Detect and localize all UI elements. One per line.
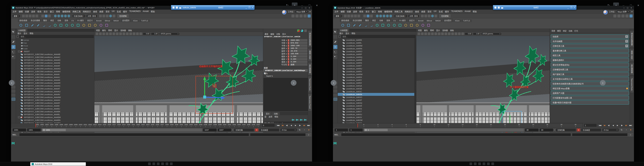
filter-icon[interactable]: [338, 35, 341, 38]
snap-curve-icon[interactable]: [58, 15, 60, 17]
tools-panel-tab[interactable]: 场景: [552, 30, 555, 32]
wireframe-icon[interactable]: [119, 32, 122, 35]
time-slider[interactable]: 024681012141618202224262830 1 |◀◀|◀◀|◀▶|…: [333, 123, 634, 128]
menu-item[interactable]: 缓存: [445, 10, 449, 13]
wireframe-icon[interactable]: [441, 32, 444, 35]
outliner-row[interactable]: LevelActor_AAIRX: [338, 76, 416, 78]
playback-end-field[interactable]: 30: [540, 128, 553, 132]
outliner-row[interactable]: WYGBYXY_JUBCOM:LevelActor_AAAAU: [16, 90, 94, 93]
menu-item[interactable]: 显示: [366, 10, 370, 13]
shelf-tab[interactable]: MASH: [434, 19, 442, 22]
outliner-row[interactable]: WYGBYXY_JUBCOM:LevelActor_AAABI: [16, 104, 94, 107]
move-layer-down-icon[interactable]: [296, 119, 298, 121]
viewport-menu-item[interactable]: 视图: [96, 29, 100, 32]
channel-row[interactable]: 缩放 Y 3.194: [263, 58, 308, 60]
extrude-icon[interactable]: [98, 23, 103, 28]
shelf-tab[interactable]: 动画: [56, 19, 62, 22]
outliner-menu-item[interactable]: 显示: [346, 32, 349, 35]
shelf-tab[interactable]: 多边形建模: [351, 19, 363, 22]
workspace-selector[interactable]: Maya 经典* ▾: [616, 10, 630, 13]
isolate-select-icon[interactable]: [438, 32, 440, 35]
menu-item[interactable]: 曲线: [93, 10, 97, 13]
playhead[interactable]: [357, 124, 358, 127]
tool-button[interactable]: 迁移模型材质工具 ?: [551, 68, 629, 72]
tool-button[interactable]: 摄像机透明片 ?: [551, 58, 629, 62]
paint-select-tool-icon[interactable]: [12, 40, 16, 44]
session-minimize-button[interactable]: _: [568, 6, 569, 9]
viewport-menu-item[interactable]: 视图: [418, 29, 422, 32]
layout-persp-graph-button[interactable]: [12, 94, 15, 97]
revolve-icon[interactable]: [93, 23, 98, 28]
channel-row[interactable]: 旋转 X 105.76: [263, 47, 308, 50]
nurbs-sphere-icon[interactable]: [375, 23, 380, 28]
viewport-menu-item[interactable]: 显示: [436, 29, 440, 32]
textured-icon[interactable]: [448, 32, 450, 35]
outliner-row[interactable]: LevelActor_AAIRK: [338, 38, 416, 42]
shelf-tab[interactable]: XGen: [453, 19, 461, 22]
script-editor-icon[interactable]: {;}: [628, 133, 632, 136]
loft-icon[interactable]: [82, 23, 86, 28]
nurbs-circle-icon[interactable]: [340, 23, 345, 28]
redo-icon[interactable]: [36, 15, 38, 17]
tool-button[interactable]: 规范工具 ?: [551, 53, 629, 58]
viewport-menu-item[interactable]: 着色: [102, 29, 106, 32]
filter-icon[interactable]: [16, 35, 19, 38]
shelf-tab[interactable]: FX: [70, 19, 76, 22]
outliner-row[interactable]: WYGBYXY_JUBCOM:LevelActor_AAABM: [16, 116, 94, 119]
command-language-label[interactable]: MEL: [12, 134, 18, 136]
collapse-right-handle[interactable]: ›: [291, 80, 296, 86]
auto-keyframe-icon[interactable]: ✦: [629, 128, 632, 132]
range-slider-handle[interactable]: 1001: [42, 129, 66, 131]
task-update-button[interactable]: 任务更新: [439, 14, 450, 18]
tool-button[interactable]: 合并动画圈 ?: [551, 39, 629, 43]
snap-plane-icon[interactable]: [64, 15, 67, 17]
character-set-menu-button[interactable]: ▾: [577, 128, 580, 132]
cv-curve-icon[interactable]: [30, 23, 35, 28]
playback-speed-dropdown[interactable]: 25 fps ▾: [602, 128, 619, 132]
script-editor-icon[interactable]: {;}: [306, 133, 311, 136]
outliner-menu-item[interactable]: 帮助: [352, 32, 355, 35]
transport-button[interactable]: ◀|: [285, 124, 289, 127]
layout-two-pane-button[interactable]: [334, 90, 337, 92]
channel-row[interactable]: 可见性 启用: [263, 63, 308, 66]
outliner-row[interactable]: persp: [16, 38, 94, 42]
viewport-menu-item[interactable]: 照明: [108, 29, 112, 32]
channel-value-field[interactable]: 105.76: [290, 47, 308, 50]
outliner-row[interactable]: LevelActor_AAISB: [338, 87, 416, 90]
arc-tool-icon[interactable]: [369, 23, 374, 28]
transport-button[interactable]: ▶|: [624, 124, 628, 127]
ipr-render-icon[interactable]: [424, 15, 427, 17]
channel-row[interactable]: 缩放 Z 3.194: [263, 60, 308, 63]
outliner-row[interactable]: LevelActor_AAIRS: [338, 62, 416, 64]
tool-button[interactable]: 检查角色动画是否通过动画表演证书 ?: [551, 82, 629, 86]
outliner-row[interactable]: WYGBYXY_JUBCOM:LevelActor_AAAAY: [16, 102, 94, 104]
channel-value-field[interactable]: 3.194: [290, 58, 308, 60]
undo-icon[interactable]: [32, 15, 35, 17]
layout-two-pane-button[interactable]: [12, 90, 15, 92]
help-icon[interactable]: ?: [625, 44, 628, 47]
tool-button[interactable]: 绑定还是-Maya查看 ?: [551, 86, 629, 90]
outliner-row[interactable]: LevelActor_AAIRR: [338, 58, 416, 62]
scale-tool-icon[interactable]: [12, 55, 16, 59]
exposure-field[interactable]: 0.00: [465, 32, 472, 35]
outliner-row[interactable]: WYGBYXY_JUBCOM:LevelActor_AAAAG: [16, 67, 94, 70]
menu-item[interactable]: 编辑: [19, 10, 23, 13]
character-set-field[interactable]: 无角色集: [234, 128, 254, 132]
outliner-row[interactable]: WYGBYXY_JUBCOM:LevelActor_AAAAH: [16, 70, 94, 73]
shelf-tab[interactable]: 雕刻: [364, 19, 370, 22]
shelf-tab[interactable]: FX 缓存: [398, 19, 407, 22]
outliner-row[interactable]: LevelActor_AAKIU: [338, 113, 416, 116]
menu-item[interactable]: 网格显示: [83, 10, 91, 13]
animation-preferences-icon[interactable]: ◔: [302, 128, 306, 132]
channel-row[interactable]: 平移 X 2063.891: [263, 39, 308, 42]
nurbs-sphere-icon[interactable]: [53, 23, 58, 28]
transport-button[interactable]: ▶▶|: [306, 124, 311, 127]
transport-button[interactable]: ▶: [294, 124, 298, 127]
outliner-tab[interactable]: 大纲视图: [338, 29, 349, 32]
camera-select-icon[interactable]: [418, 32, 420, 35]
tool-button[interactable]: 选择资产大圈 ?: [551, 91, 629, 95]
new-layer-from-selected-icon[interactable]: [304, 119, 306, 121]
menu-item[interactable]: 变形: [428, 10, 432, 13]
layout-four-pane-button[interactable]: [334, 86, 337, 88]
lasso-select-tool-icon[interactable]: [333, 35, 338, 39]
